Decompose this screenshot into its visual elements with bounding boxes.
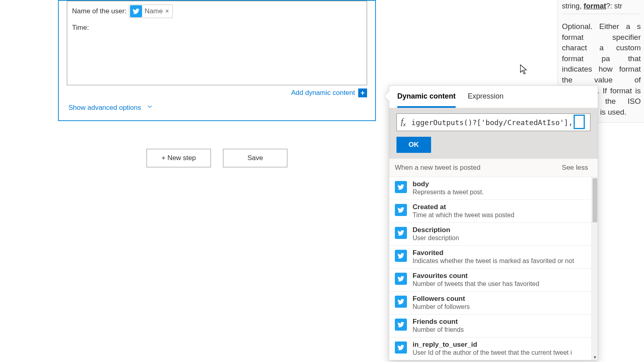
panel-tabs: Dynamic content Expression [389,86,598,108]
section-header: When a new tweet is posted See less [389,158,598,177]
expression-text: iggerOutputs()?['body/CreatedAtIso'], [411,118,573,127]
list-item[interactable]: in_reply_to_user_idUser Id of the author… [389,337,598,360]
ok-row: OK [389,137,598,158]
item-title: Description [413,226,459,234]
item-title: Favorited [413,249,574,257]
token-label: Name [144,7,163,15]
list-item[interactable]: DescriptionUser description [389,222,598,245]
show-advanced-toggle[interactable]: Show advanced options [68,103,153,112]
sig-prefix: string, [562,2,584,10]
ok-button[interactable]: OK [396,137,431,153]
show-advanced-label: Show advanced options [68,104,141,112]
body-line-2: Time: [72,24,362,32]
advanced-row: Show advanced options [59,97,375,112]
item-desc: Number of tweets that the user has favor… [413,280,539,288]
body-field-wrap: Name of the user: Name × Time: [59,1,375,85]
item-title: in_reply_to_user_id [413,341,572,349]
token-remove-icon[interactable]: × [165,8,169,15]
add-dynamic-row: Add dynamic content + [59,85,375,97]
item-text: DescriptionUser description [413,226,459,242]
add-dynamic-label: Add dynamic content [291,89,355,97]
list-item[interactable]: Friends countNumber of friends [389,314,598,337]
tab-expression[interactable]: Expression [468,92,504,108]
item-text: Followers countNumber of followers [413,295,470,311]
plus-icon: + [358,88,367,97]
expression-input[interactable]: fx iggerOutputs()?['body/CreatedAtIso'], [396,113,590,131]
twitter-icon [395,273,407,285]
item-desc: User description [413,234,459,242]
item-title: Created at [413,203,514,211]
item-desc: Indicates whether the tweet is marked as… [413,257,574,265]
twitter-icon [130,5,142,17]
twitter-icon [395,341,407,354]
item-title: Friends count [413,318,464,326]
item-text: bodyRepresents a tweet post. [413,180,484,196]
dynamic-items-list: bodyRepresents a tweet post.Created atTi… [389,177,598,360]
add-dynamic-content-link[interactable]: Add dynamic content + [291,88,367,97]
expression-row: fx iggerOutputs()?['body/CreatedAtIso'], [389,108,598,137]
save-button[interactable]: Save [223,149,287,167]
scrollbar-thumb[interactable] [592,178,597,222]
scrollbar[interactable]: ▴ ▾ [591,177,598,360]
tab-dynamic-content[interactable]: Dynamic content [397,92,456,108]
item-desc: Number of followers [413,303,470,311]
list-item[interactable]: Followers countNumber of followers [389,291,598,314]
twitter-icon [395,250,407,262]
item-desc: Number of friends [413,326,464,334]
item-text: Favourites countNumber of tweets that th… [413,272,539,288]
dynamic-content-panel: Dynamic content Expression fx iggerOutpu… [389,85,598,360]
action-card: Name of the user: Name × Time: Add dynam… [58,0,376,121]
twitter-icon [395,296,407,308]
list-item[interactable]: FavoritedIndicates whether the tweet is … [389,245,598,268]
help-signature: string, format?: str [562,2,641,14]
footer-buttons: + New step Save [58,149,376,167]
body-label-name: Name of the user: [72,7,126,15]
body-label-time: Time: [72,24,89,31]
list-item[interactable]: Favourites countNumber of tweets that th… [389,268,598,291]
item-desc: User Id of the author of the tweet that … [413,349,572,357]
chevron-down-icon [146,103,153,112]
section-title: When a new tweet is posted [395,164,481,172]
body-line-1: Name of the user: Name × [72,4,362,18]
item-title: Followers count [413,295,470,303]
scroll-down-icon[interactable]: ▾ [592,354,598,360]
fx-icon: fx [401,117,406,128]
list-item[interactable]: bodyRepresents a tweet post. [389,177,598,200]
item-title: Favourites count [413,272,539,280]
dynamic-token-name[interactable]: Name × [129,4,173,18]
sig-param: format [584,2,606,10]
list-item[interactable]: Created atTime at which the tweet was po… [389,200,598,222]
twitter-icon [395,227,407,239]
mouse-cursor-icon [520,64,528,76]
new-step-button[interactable]: + New step [147,149,211,167]
twitter-icon [395,181,407,193]
item-text: in_reply_to_user_idUser Id of the author… [413,341,572,357]
twitter-icon [395,204,407,216]
item-text: Created atTime at which the tweet was po… [413,203,514,219]
twitter-icon [395,319,407,331]
body-textbox[interactable]: Name of the user: Name × Time: [67,1,367,85]
item-text: FavoritedIndicates whether the tweet is … [413,249,574,265]
item-title: body [413,180,484,188]
panel-pointer [384,91,389,101]
item-desc: Time at which the tweet was posted [413,211,514,219]
sig-suffix: ?: str [606,2,622,10]
item-desc: Represents a tweet post. [413,188,484,196]
see-less-link[interactable]: See less [562,164,588,172]
item-text: Friends countNumber of friends [413,318,464,334]
